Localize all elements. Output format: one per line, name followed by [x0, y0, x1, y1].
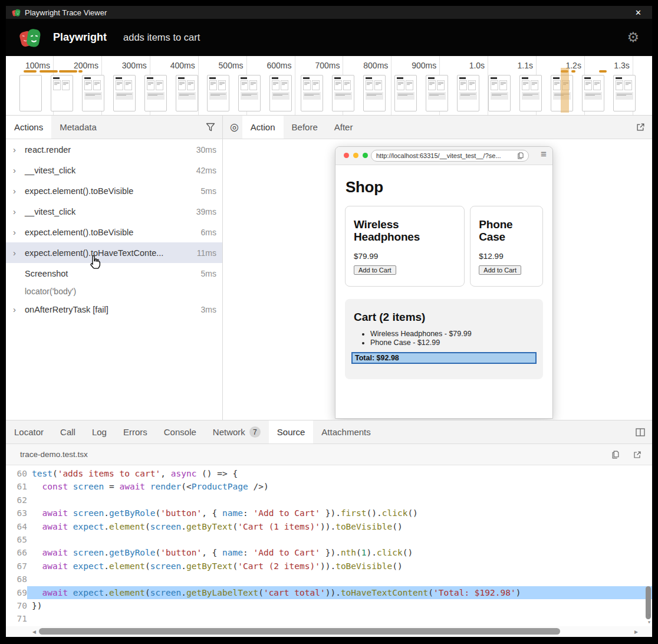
- tab-locator[interactable]: Locator: [6, 420, 52, 443]
- tab-console[interactable]: Console: [156, 420, 205, 443]
- tab-metadata[interactable]: Metadata: [51, 116, 105, 139]
- tab-source[interactable]: Source: [269, 420, 314, 443]
- split-view-icon[interactable]: [629, 420, 652, 443]
- code-text: [27, 494, 652, 507]
- scroll-left-icon[interactable]: ◂: [32, 627, 36, 636]
- tab-network[interactable]: Network7: [205, 420, 269, 443]
- mini-line: [585, 95, 595, 96]
- tab-attachments[interactable]: Attachments: [313, 420, 379, 443]
- add-to-cart-button[interactable]: Add to Cart: [354, 265, 396, 275]
- filmstrip-frame[interactable]: [144, 75, 167, 111]
- mini-product-card: [53, 80, 61, 90]
- expand-chevron-icon[interactable]: ›: [13, 165, 25, 175]
- copy-url-icon[interactable]: [517, 152, 524, 159]
- filmstrip-frame[interactable]: [301, 75, 323, 111]
- add-to-cart-button[interactable]: Add to Cart: [479, 265, 521, 275]
- action-row[interactable]: ›__vitest_click39ms: [6, 201, 222, 222]
- open-snapshot-external-icon[interactable]: [629, 116, 652, 139]
- tab-actions[interactable]: Actions: [6, 116, 51, 139]
- action-row[interactable]: ›__vitest_click42ms: [6, 160, 222, 180]
- mini-line: [335, 94, 351, 94]
- mini-line: [594, 84, 597, 85]
- mini-card-row: [84, 80, 104, 90]
- action-row[interactable]: ›onAfterRetryTask [fail]3ms: [6, 299, 222, 320]
- mini-line: [407, 84, 410, 85]
- pick-locator-target-icon[interactable]: ◎: [223, 116, 242, 139]
- tab-call[interactable]: Call: [52, 420, 84, 443]
- scroll-down-icon[interactable]: ▾: [647, 619, 651, 625]
- expand-chevron-icon[interactable]: ›: [13, 186, 25, 196]
- code-token: .: [104, 522, 109, 531]
- mini-product-card: [531, 80, 538, 90]
- code-line: 62: [6, 494, 652, 507]
- filmstrip-frame[interactable]: [613, 75, 636, 111]
- mini-line: [460, 83, 466, 84]
- filmstrip-frame[interactable]: [519, 75, 542, 111]
- filter-icon[interactable]: [199, 116, 222, 139]
- timeline-activity-bar: [40, 70, 58, 73]
- mini-card-row: [53, 80, 73, 90]
- open-external-icon[interactable]: [626, 451, 644, 459]
- tab-action[interactable]: Action: [242, 116, 284, 139]
- mini-product-card: [241, 80, 248, 90]
- close-icon[interactable]: ✕: [630, 8, 646, 17]
- code-token: 'cart total': [264, 588, 325, 597]
- expand-chevron-icon[interactable]: ›: [13, 144, 25, 155]
- filmstrip-frame[interactable]: [363, 75, 386, 111]
- address-bar[interactable]: http://localhost:63315/__vitest_test__/?…: [371, 150, 529, 162]
- scroll-down-icon[interactable]: ▾: [647, 612, 651, 618]
- action-row[interactable]: Screenshot5ms: [6, 263, 222, 284]
- network-count-badge: 7: [249, 426, 261, 438]
- filmstrip-frame[interactable]: [269, 75, 292, 111]
- mini-line: [501, 84, 504, 85]
- action-row[interactable]: ›expect.element().toBeVisible5ms: [6, 180, 222, 201]
- expand-chevron-icon[interactable]: ›: [13, 206, 25, 216]
- filmstrip-frame[interactable]: [426, 75, 448, 111]
- filmstrip-frame[interactable]: [82, 75, 104, 111]
- filmstrip-frame[interactable]: [113, 75, 136, 111]
- filmstrip-frame[interactable]: [457, 75, 479, 111]
- action-row[interactable]: ›react.render30ms: [6, 139, 222, 160]
- tab-before[interactable]: Before: [284, 116, 326, 139]
- mini-cart-block: [616, 92, 633, 100]
- code-token: first: [341, 508, 367, 518]
- filmstrip-frame[interactable]: [207, 75, 229, 111]
- copy-source-icon[interactable]: [604, 451, 626, 459]
- action-row[interactable]: ›expect.element().toHaveTextConte...11ms: [6, 242, 222, 263]
- snapshot-page: Shop Wireless Headphones$79.99Add to Car…: [335, 165, 552, 379]
- settings-gear-icon[interactable]: ⚙: [627, 31, 639, 44]
- mini-line: [585, 82, 591, 83]
- expand-chevron-icon[interactable]: ›: [13, 248, 25, 258]
- filmstrip-frame[interactable]: [51, 75, 73, 111]
- filmstrip-frame[interactable]: [394, 75, 417, 111]
- code-text: }): [27, 599, 652, 612]
- filmstrip-frame[interactable]: [582, 75, 604, 111]
- url-text: http://localhost:63315/__vitest_test__/?…: [376, 152, 517, 159]
- horizontal-scroll-thumb[interactable]: [39, 628, 560, 635]
- action-row[interactable]: ›expect.element().toBeVisible6ms: [6, 222, 222, 242]
- timeline-activity-bar: [59, 70, 77, 73]
- horizontal-scrollbar[interactable]: ◂ ▸: [6, 626, 652, 637]
- mini-line: [117, 94, 132, 94]
- tab-after[interactable]: After: [326, 116, 361, 139]
- scroll-right-icon[interactable]: ▸: [634, 627, 638, 636]
- expand-chevron-icon[interactable]: ›: [13, 304, 25, 314]
- code-token: .: [181, 561, 186, 571]
- filmstrip-frame[interactable]: [332, 75, 354, 111]
- expand-chevron-icon[interactable]: ›: [13, 227, 25, 237]
- timeline[interactable]: 100ms200ms300ms400ms500ms600ms700ms800ms…: [6, 56, 652, 116]
- app-brand: Playwright: [53, 31, 107, 44]
- tab-label: Metadata: [60, 122, 97, 132]
- menu-icon[interactable]: ≡: [541, 149, 547, 160]
- playwright-logo-icon: [12, 8, 21, 17]
- filmstrip-frame[interactable]: [19, 75, 42, 111]
- tab-label: After: [334, 122, 353, 132]
- filmstrip-frame[interactable]: [238, 75, 261, 111]
- product-name: Wireless Headphones: [354, 218, 456, 243]
- filmstrip-frame[interactable]: [488, 75, 511, 111]
- cart-item: Wireless Headphones - $79.99: [370, 330, 537, 338]
- filmstrip-frame[interactable]: [176, 75, 198, 111]
- mini-line: [242, 83, 247, 84]
- tab-errors[interactable]: Errors: [115, 420, 156, 443]
- tab-log[interactable]: Log: [84, 420, 115, 443]
